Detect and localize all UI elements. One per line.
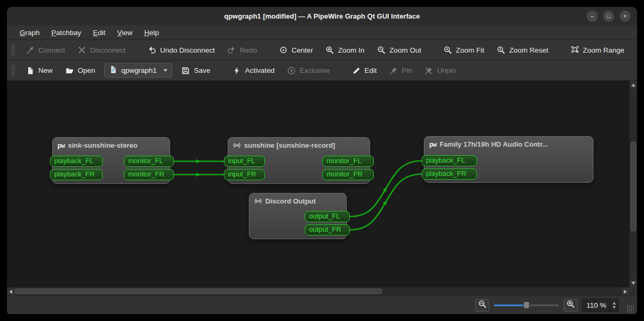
patchbay-profile-combobox[interactable]: qpwgraph1 [104,63,172,78]
toolbar-button-activated[interactable]: Activated [228,64,280,77]
toolbar-button-zoom-in[interactable]: Zoom In [321,44,370,57]
combobox-value: qpwgraph1 [121,66,157,74]
toolbar-label-center: Center [291,46,313,54]
scroll-left-button[interactable] [7,288,14,295]
disconnect-icon [77,46,86,55]
toolbar-patchbay: NewOpenqpwgraph1SaveActivatedExclusiveEd… [7,60,637,80]
toolbar-button-exclusive: Exclusive [282,64,334,77]
scroll-right-icon [624,290,627,294]
maximize-button[interactable]: □ [603,11,614,22]
toolbar-button-save[interactable]: Save [177,64,215,77]
minimize-button[interactable]: – [587,11,598,22]
toolbar-separator [136,44,137,56]
scroll-down-icon [631,282,635,285]
port-discord-output-output_FL[interactable]: output_FL [305,211,350,222]
vertical-scrollbar[interactable] [629,81,637,287]
toolbar-button-center[interactable]: Center [274,44,318,57]
horizontal-scroll-thumb[interactable] [15,289,382,294]
slider-handle[interactable] [523,301,530,309]
titlebar: qpwgraph1 [modified] — A PipeWire Graph … [7,7,637,26]
toolbar-label-zoom-reset: Zoom Reset [509,46,549,54]
port-sunshine-monitor_FR[interactable]: monitor_FR [322,169,374,180]
toolbar-button-zoom-range[interactable]: Zoom Range [565,44,629,57]
scrollbar-corner [629,287,637,295]
toolbar-button-connect: Connect [21,44,70,57]
close-button[interactable]: × [620,11,631,22]
spin-down-icon [613,306,616,309]
zoom-range-icon [570,46,579,55]
toolbar-label-activated: Activated [245,66,275,74]
port-family-audio-playback_FL[interactable]: playback_FL [422,155,477,166]
zoom-slider[interactable] [494,301,559,309]
toolbar-handle[interactable] [11,44,15,56]
zoom-fit-icon [443,46,452,55]
port-discord-output-output_FR[interactable]: output_FR [305,224,350,235]
port-sink-sunshine-stereo-playback_FL[interactable]: playback_FL [50,156,103,167]
toolbar-button-edit[interactable]: Edit [347,64,381,77]
bolt-circle-icon [287,66,296,75]
zoom-value: 110 % [583,299,610,311]
zoom-in-button[interactable] [564,299,578,311]
graph-canvas-area: pwsink-sunshine-stereoplayback_FLplaybac… [7,80,637,295]
toolbar-label-open: Open [78,66,95,74]
port-sunshine-monitor_FL[interactable]: monitor_FL [322,156,374,167]
toolbar-label-redo: Redo [240,46,257,54]
unpin-icon [424,66,433,75]
zoom-out-button[interactable] [475,299,489,311]
zoom-reset-icon [497,46,506,55]
vertical-scroll-thumb[interactable] [631,142,636,231]
toolbar-button-zoom-fit[interactable]: Zoom Fit [438,44,489,57]
port-sink-sunshine-stereo-monitor_FL[interactable]: monitor_FL [124,156,174,167]
toolbar-button-new[interactable]: New [21,64,57,77]
zoom-spinbox[interactable]: 110 % [582,299,618,312]
toolbar-label-undo-disconnect: Undo Disconnect [160,46,215,54]
scroll-right-button[interactable] [622,288,629,295]
bolt-icon [232,66,241,75]
scroll-down-button[interactable] [630,279,637,287]
toolbar-label-pin: Pin [402,66,412,74]
toolbar-label-zoom-out: Zoom Out [389,46,421,54]
connect-icon [26,46,35,55]
scroll-up-button[interactable] [630,81,637,89]
menu-view[interactable]: View [112,27,138,38]
menu-edit[interactable]: Edit [88,27,111,38]
toolbar-button-undo-disconnect[interactable]: Undo Disconnect [143,44,220,57]
menu-patchbay[interactable]: Patchbay [46,27,87,38]
horizontal-scrollbar[interactable] [7,287,629,295]
undo-icon [147,46,156,55]
connection-discord-output-output_FR--family-audio-playback_FR[interactable] [350,174,422,230]
menu-help[interactable]: Help [139,27,164,38]
toolbar-button-pin: Pin [384,64,417,77]
toolbar-label-exclusive: Exclusive [299,66,330,74]
chevron-down-icon [163,69,168,72]
port-family-audio-playback_FR[interactable]: playback_FR [422,168,477,180]
resize-grip[interactable] [626,305,634,312]
port-sunshine-input_FR[interactable]: input_FR [224,169,265,180]
toolbar-button-zoom-reset[interactable]: Zoom Reset [492,44,554,57]
toolbar-separator [559,44,559,56]
port-sink-sunshine-stereo-monitor_FR[interactable]: monitor_FR [124,169,174,180]
zoom-out-icon [377,46,386,55]
new-file-icon [26,66,35,75]
toolbar-label-save: Save [194,66,211,74]
window-controls: –□× [587,11,631,22]
connection-wires [7,81,629,287]
toolbar-button-open[interactable]: Open [60,64,100,77]
spinbox-arrows[interactable] [610,299,618,311]
graph-viewport[interactable]: pwsink-sunshine-stereoplayback_FLplaybac… [7,81,629,287]
toolbar-label-zoom-fit: Zoom Fit [456,46,484,54]
toolbar-label-zoom-in: Zoom In [338,46,365,54]
toolbar-separator [221,65,222,77]
pencil-icon [352,66,361,75]
scroll-left-icon [9,290,12,294]
menu-graph[interactable]: Graph [14,27,45,38]
port-sink-sunshine-stereo-playback_FR[interactable]: playback_FR [50,169,103,180]
menubar: GraphPatchbayEditViewHelp [7,26,637,39]
save-icon [181,66,190,75]
toolbar-label-zoom-range: Zoom Range [583,46,624,54]
port-sunshine-input_FL[interactable]: input_FL [224,156,265,167]
toolbar-separator [267,44,268,56]
toolbar-handle[interactable] [11,65,15,77]
toolbar-button-zoom-out[interactable]: Zoom Out [372,44,426,57]
toolbar-separator [340,65,341,77]
